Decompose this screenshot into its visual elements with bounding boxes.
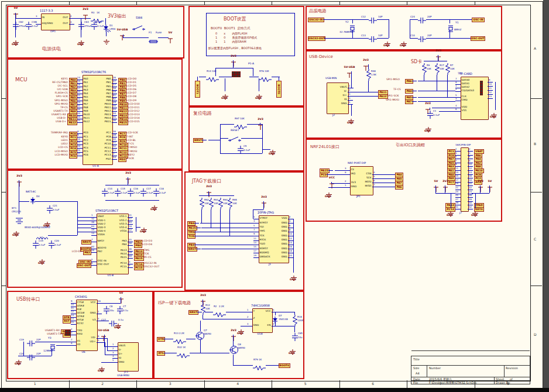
resistor-R14[interactable] <box>206 74 219 85</box>
wire <box>220 138 228 139</box>
net-tag-PA12[interactable]: PA12 <box>67 121 77 125</box>
capacitor-C24[interactable] <box>418 15 426 26</box>
pin-label: VDD <box>462 106 468 109</box>
switch[interactable] <box>228 133 241 145</box>
net-port-PB4[interactable]: PB4 <box>187 221 195 226</box>
resistor-value: 10K <box>440 68 444 70</box>
pin-number: 12 <box>469 167 472 170</box>
net-tag-PC6[interactable]: PC6 <box>69 154 77 159</box>
battery[interactable] <box>15 215 23 226</box>
net-port-OSC-OUT[interactable]: OSC-OUT <box>471 36 485 41</box>
capacitor-C13[interactable] <box>369 34 377 45</box>
wire <box>106 32 107 36</box>
pin-label: MOSI <box>360 181 372 184</box>
crystal[interactable] <box>447 23 454 35</box>
pin-number: 25 <box>77 149 80 152</box>
net-port-BOOT1[interactable]: BOOT1 <box>195 81 200 98</box>
power-label: 3V3 <box>256 195 272 198</box>
capacitor-C10[interactable] <box>418 34 426 45</box>
net-port-PA7[interactable]: PA7 <box>405 99 413 104</box>
capacitor-C12[interactable] <box>369 15 377 26</box>
pin-label: PB4 <box>115 243 127 246</box>
jumper-header[interactable] <box>68 333 71 336</box>
pin-number: 8 <box>71 342 72 345</box>
net-tag-RST[interactable]: RST <box>63 319 71 324</box>
net-port-PA6[interactable]: PA6 <box>405 79 413 84</box>
resistor-R32[interactable] <box>177 350 190 361</box>
pin-label: PA6 <box>84 99 88 102</box>
net-tag-OSC-OUT[interactable]: OSC-OUT <box>77 263 91 268</box>
grid-divider <box>69 1 70 5</box>
wire <box>52 349 52 356</box>
text-label: Y1 <box>455 22 459 25</box>
pin-number: 12 <box>129 229 132 231</box>
chip-J7[interactable] <box>461 147 469 212</box>
pin-label: X1 <box>77 340 81 343</box>
pin-label: RTCK <box>260 239 266 242</box>
fuse[interactable] <box>149 35 158 46</box>
net-port-PA6[interactable]: PA6 <box>395 185 403 190</box>
net-port-RTS[interactable]: RTS <box>157 351 165 356</box>
switch[interactable] <box>132 22 145 33</box>
pin-number: 7 <box>455 160 457 162</box>
capacitor-C19[interactable] <box>27 338 35 349</box>
wire <box>208 140 220 140</box>
net-port-NRST[interactable]: NRST <box>187 247 197 252</box>
net-tag-PB4[interactable]: PB4 <box>134 243 142 248</box>
jumper-header[interactable] <box>238 74 241 77</box>
net-port-TCK[interactable]: TCK <box>187 234 195 239</box>
power-flag-3V3[interactable] <box>231 332 236 343</box>
net-port-BOOT0[interactable]: BOOT0 <box>276 81 282 98</box>
net-port-OSC-IN[interactable]: OSC-IN <box>472 18 485 22</box>
power-flag-5V[interactable] <box>167 35 173 46</box>
net-port-DTR[interactable]: DTR <box>157 337 165 342</box>
net-label: LCD-D13 <box>128 114 140 116</box>
capacitor-C20[interactable] <box>27 352 35 363</box>
resistor-R79[interactable] <box>253 362 266 373</box>
net-port-BOOT0[interactable]: BOOT0 <box>279 363 290 368</box>
power-flag-5V[interactable] <box>13 10 19 21</box>
pin-wire <box>128 245 133 246</box>
pin-wire <box>455 91 461 92</box>
wire <box>438 55 438 61</box>
net-tag-PA15[interactable]: PA15 <box>134 256 144 261</box>
wire <box>249 77 259 77</box>
capacitor-C17[interactable] <box>109 318 117 329</box>
pin-number: 7 <box>91 239 92 241</box>
gnd-symbol[interactable] <box>103 36 110 47</box>
pin-number: 19 <box>91 229 94 231</box>
resistor-R3[interactable] <box>91 15 104 26</box>
power-flag-3V3[interactable] <box>261 199 267 210</box>
text-label: 1 1 内部SRAM <box>215 40 246 44</box>
net-tag-PB15[interactable]: PB15 <box>118 121 128 125</box>
window-right-edge[interactable] <box>543 0 549 388</box>
text-label: 默认配置是内部FLASH，BOOT0&1接地 <box>208 47 262 50</box>
pin-number: 7 <box>253 229 255 231</box>
resistor-R76[interactable] <box>259 74 272 85</box>
net-port-OSC32-OUT[interactable]: OSC32-OUT <box>308 36 325 41</box>
net-port-NRST[interactable]: NRST <box>193 138 203 143</box>
jumper-header[interactable] <box>480 92 483 95</box>
wire <box>102 338 107 339</box>
net-tag-PD2[interactable]: PD2 <box>118 157 126 162</box>
wire <box>450 19 450 23</box>
net-port-OSC32-IN[interactable]: OSC32-IN <box>308 18 324 22</box>
pin-label: PB12 <box>99 110 111 113</box>
power-flag-3V3[interactable] <box>16 178 22 189</box>
pin-label: NSRST <box>260 247 268 250</box>
net-tag-PC15[interactable]: PC15 <box>134 266 144 270</box>
wire <box>164 353 169 353</box>
wire <box>328 187 345 188</box>
pin-label: PB13 <box>99 114 111 116</box>
net-tag-PB2[interactable]: PB2 <box>83 250 91 255</box>
grid-divider <box>1 286 6 286</box>
power-flag-3V3[interactable] <box>83 11 88 22</box>
net-port-PA4[interactable]: PA4 <box>405 89 413 94</box>
pin-label: PB15 <box>99 121 111 123</box>
net-tag-NRST[interactable]: NRST <box>81 240 91 245</box>
net-port-NRST[interactable]: NRST <box>188 310 198 315</box>
pin-number: 2 <box>70 15 71 18</box>
grid-row-letter: A <box>534 47 536 51</box>
pin-number: 19 <box>253 255 256 257</box>
power-flag-3V3[interactable] <box>435 53 441 64</box>
